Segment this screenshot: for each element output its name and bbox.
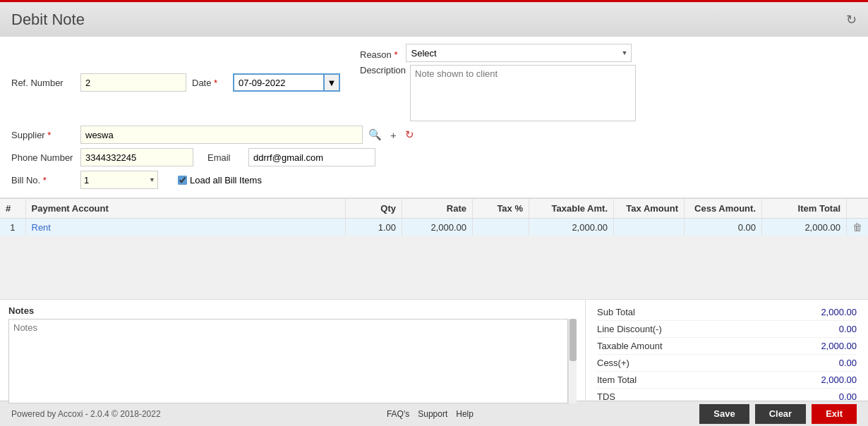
desc-row: Description [360, 65, 636, 121]
col-header-qty: Qty [346, 199, 402, 219]
phone-input[interactable] [80, 148, 193, 166]
supplier-row: 🔍 + ↻ [80, 126, 417, 144]
date-wrap: ▼ [233, 73, 340, 92]
email-input[interactable] [248, 148, 375, 166]
items-table-area: # Payment Account Qty Rate Tax % Taxable… [0, 198, 868, 299]
taxable-label: Taxable Amount [597, 341, 663, 351]
supplier-refresh-icon[interactable]: ↻ [402, 127, 417, 142]
bill-select-wrap: 1 [80, 171, 158, 189]
powered-by: Powered by Accoxi - 2.0.4 © 2018-2022 [11, 409, 161, 419]
supplier-search-icon[interactable]: 🔍 [366, 127, 385, 142]
supplier-add-icon[interactable]: + [387, 128, 399, 142]
col-header-tax: Tax % [473, 199, 529, 219]
summary-row-subtotal: Sub Total 2,000.00 [597, 304, 857, 321]
ref-label: Ref. Number [11, 78, 75, 88]
clear-button[interactable]: Clear [755, 404, 807, 424]
row-rate: 2,000.00 [402, 219, 473, 236]
table-header-row: # Payment Account Qty Rate Tax % Taxable… [0, 199, 868, 219]
reason-row: Reason * Select [360, 44, 636, 62]
row-itemtotal: 2,000.00 [762, 219, 847, 236]
summary-area: Sub Total 2,000.00 Line Discount(-) 0.00… [586, 300, 868, 401]
summary-row-taxable: Taxable Amount 2,000.00 [597, 338, 857, 355]
desc-label: Description [360, 65, 406, 75]
exit-button[interactable]: Exit [812, 404, 857, 424]
row-taxable: 2,000.00 [529, 219, 614, 236]
scrollbar-thumb [569, 319, 577, 361]
save-button[interactable]: Save [699, 404, 749, 424]
refresh-icon[interactable]: ↻ [846, 12, 857, 28]
footer-buttons: Save Clear Exit [699, 404, 857, 424]
tds-value: 0.00 [807, 391, 857, 401]
itemtotal-value: 2,000.00 [807, 375, 857, 385]
row-delete[interactable]: 🗑 [847, 219, 869, 236]
row-cess: 0.00 [685, 219, 762, 236]
faqs-link[interactable]: FAQ's [387, 409, 409, 419]
tds-label: TDS [597, 391, 615, 401]
col-header-del [847, 199, 869, 219]
footer-links: FAQ's Support Help [387, 409, 474, 419]
linedisc-value: 0.00 [807, 324, 857, 334]
notes-area: Notes [0, 300, 586, 401]
ref-number-input[interactable] [80, 73, 186, 92]
summary-row-tds: TDS 0.00 [597, 389, 857, 401]
notes-label: Notes [8, 305, 577, 316]
col-header-account: Payment Account [25, 199, 346, 219]
supplier-label: Supplier * [11, 130, 75, 140]
title-bar: Debit Note ↻ [0, 0, 868, 37]
bottom-area: Notes Sub Total 2,000.00 Line Discount(-… [0, 299, 868, 401]
billno-label: Bill No. * [11, 175, 75, 185]
load-all-checkbox[interactable] [178, 176, 187, 185]
email-label: Email [207, 152, 243, 163]
itemtotal-label: Item Total [597, 375, 637, 385]
summary-row-linedisc: Line Discount(-) 0.00 [597, 321, 857, 338]
bill-no-select[interactable]: 1 [80, 171, 158, 189]
supplier-input[interactable] [80, 126, 363, 144]
subtotal-label: Sub Total [597, 307, 635, 317]
cess-label: Cess(+) [597, 358, 629, 368]
col-header-rate: Rate [402, 199, 473, 219]
right-form-block: Reason * Select Description [360, 44, 636, 121]
load-all-row: Load all Bill Items [178, 175, 262, 185]
phone-label: Phone Number [11, 152, 75, 163]
summary-row-cess: Cess(+) 0.00 [597, 355, 857, 372]
form-row-supplier: Supplier * 🔍 + ↻ [11, 126, 857, 144]
page-title: Debit Note [11, 11, 85, 29]
col-header-num: # [0, 199, 25, 219]
date-label: Date * [192, 78, 227, 88]
col-header-itemtotal: Item Total [762, 199, 847, 219]
col-header-taxamount: Tax Amount [614, 199, 685, 219]
row-num: 1 [0, 219, 25, 236]
reason-select[interactable]: Select [406, 44, 632, 62]
taxable-value: 2,000.00 [807, 341, 857, 351]
form-row-1: Ref. Number Date * ▼ Reason * Select Des… [11, 44, 857, 121]
description-textarea[interactable] [410, 65, 636, 121]
reason-select-wrap: Select [406, 44, 632, 62]
items-table: # Payment Account Qty Rate Tax % Taxable… [0, 198, 868, 236]
reason-label: Reason * [360, 49, 397, 60]
help-link[interactable]: Help [456, 409, 474, 419]
form-area: Ref. Number Date * ▼ Reason * Select Des… [0, 37, 868, 198]
row-taxamount [614, 219, 685, 236]
col-header-taxable: Taxable Amt. [529, 199, 614, 219]
linedisc-label: Line Discount(-) [597, 324, 662, 334]
scrollbar[interactable] [568, 319, 577, 403]
support-link[interactable]: Support [418, 409, 447, 419]
summary-row-itemtotal: Item Total 2,000.00 [597, 372, 857, 389]
delete-row-btn[interactable]: 🗑 [852, 221, 862, 233]
row-qty: 1.00 [346, 219, 402, 236]
row-tax [473, 219, 529, 236]
date-input[interactable] [233, 73, 325, 92]
subtotal-value: 2,000.00 [807, 307, 857, 317]
notes-textarea[interactable] [8, 319, 568, 403]
col-header-cess: Cess Amount. [685, 199, 762, 219]
cess-value: 0.00 [807, 358, 857, 368]
load-all-label: Load all Bill Items [190, 175, 262, 185]
form-row-phone: Phone Number Email [11, 148, 857, 166]
footer: Powered by Accoxi - 2.0.4 © 2018-2022 FA… [0, 401, 868, 426]
form-row-billno: Bill No. * 1 Load all Bill Items [11, 171, 857, 189]
row-account: Rent [25, 219, 346, 236]
table-row: 1 Rent 1.00 2,000.00 2,000.00 0.00 2,000… [0, 219, 868, 236]
date-dropdown-btn[interactable]: ▼ [325, 73, 340, 92]
